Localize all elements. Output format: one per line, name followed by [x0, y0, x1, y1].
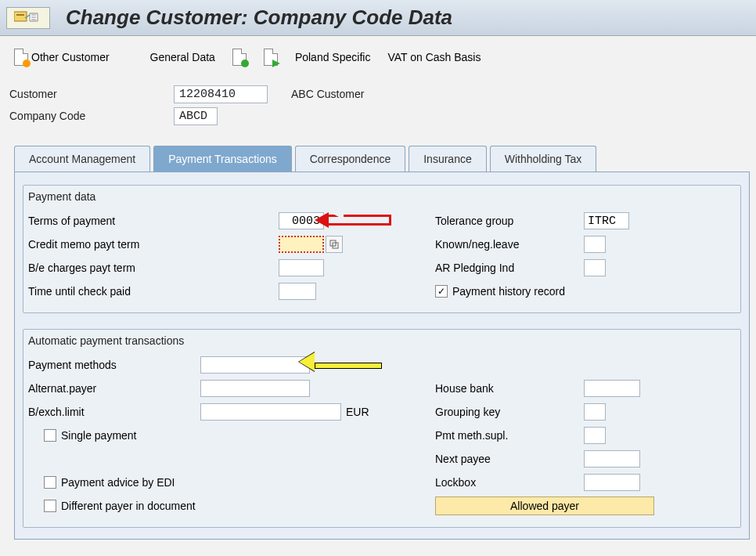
- pmt-meth-supl-input[interactable]: [584, 427, 606, 444]
- general-data-label: General Data: [150, 51, 215, 63]
- credit-memo-input[interactable]: [279, 236, 324, 253]
- document-next-icon: [264, 49, 278, 66]
- red-arrow-annotation: [329, 215, 391, 228]
- alt-payer-label: Alternat.payer: [28, 382, 200, 395]
- tab-withholding-tax[interactable]: Withholding Tax: [490, 146, 597, 171]
- svg-rect-0: [14, 12, 27, 21]
- diff-payer-doc-label: Different payer in document: [61, 500, 196, 512]
- payment-history-label: Payment history record: [452, 285, 565, 298]
- grouping-key-label: Grouping key: [435, 406, 584, 418]
- terms-of-payment-label: Terms of payment: [28, 215, 200, 227]
- next-payee-input[interactable]: [584, 450, 640, 468]
- single-payment-label: Single payment: [61, 429, 137, 442]
- single-payment-checkbox[interactable]: [44, 429, 56, 442]
- doc-plus-button[interactable]: [228, 47, 251, 67]
- alt-payer-input[interactable]: [200, 380, 310, 397]
- payment-advice-edi-checkbox[interactable]: [44, 476, 56, 489]
- time-until-input[interactable]: [279, 283, 316, 300]
- time-until-label: Time until check paid: [28, 285, 200, 298]
- tab-payment-transactions[interactable]: Payment Transactions: [153, 146, 292, 171]
- auto-payment-title: Automatic payment transactions: [23, 330, 740, 353]
- customer-label: Customer: [9, 88, 174, 100]
- grouping-key-input[interactable]: [584, 403, 606, 421]
- bexch-limit-label: B/exch.limit: [28, 406, 200, 418]
- payment-history-checkbox[interactable]: ✓: [435, 285, 448, 298]
- diff-payer-doc-checkbox[interactable]: [44, 500, 56, 512]
- document-icon: [14, 49, 28, 66]
- transaction-icon: [6, 7, 50, 29]
- poland-specific-button[interactable]: Poland Specific: [290, 49, 376, 65]
- house-bank-input[interactable]: [584, 380, 640, 397]
- company-code-label: Company Code: [9, 110, 174, 122]
- lockbox-label: Lockbox: [435, 476, 584, 489]
- be-charges-label: B/e charges payt term: [28, 262, 200, 274]
- company-code-value[interactable]: ABCD: [174, 107, 218, 125]
- poland-specific-label: Poland Specific: [295, 51, 371, 63]
- customer-desc: ABC Customer: [291, 88, 364, 100]
- general-data-button[interactable]: General Data: [146, 49, 220, 65]
- tolerance-group-input[interactable]: [584, 212, 629, 229]
- payment-methods-label: Payment methods: [28, 359, 200, 371]
- other-customer-button[interactable]: Other Customer: [9, 47, 114, 67]
- allowed-payer-button[interactable]: Allowed payer: [435, 496, 654, 515]
- tab-correspondence[interactable]: Correspondence: [295, 146, 406, 171]
- be-charges-input[interactable]: [279, 259, 324, 276]
- bexch-limit-input[interactable]: [200, 403, 341, 421]
- lockbox-input[interactable]: [584, 474, 640, 491]
- payment-advice-edi-label: Payment advice by EDI: [61, 476, 175, 489]
- search-help-button[interactable]: [326, 236, 343, 253]
- payment-data-title: Payment data: [23, 186, 740, 209]
- ar-pledging-input[interactable]: [584, 259, 606, 276]
- ar-pledging-label: AR Pledging Ind: [435, 262, 584, 274]
- page-title: Change Customer: Company Code Data: [66, 5, 452, 30]
- payment-methods-input[interactable]: [200, 356, 310, 374]
- vat-cash-basis-label: VAT on Cash Basis: [387, 51, 481, 63]
- header-fields: Customer 12208410 ABC Customer Company C…: [0, 78, 756, 135]
- doc-next-button[interactable]: [259, 47, 283, 67]
- next-payee-label: Next payee: [435, 453, 584, 465]
- yellow-arrow-annotation: [315, 359, 382, 371]
- vat-cash-basis-button[interactable]: VAT on Cash Basis: [383, 49, 485, 65]
- tab-strip: Account Management Payment Transactions …: [14, 146, 750, 172]
- tab-body: Payment data Terms of payment Tolerance …: [14, 172, 750, 540]
- pmt-meth-supl-label: Pmt meth.supl.: [435, 429, 584, 442]
- bexch-limit-unit: EUR: [346, 406, 369, 418]
- application-toolbar: Other Customer General Data Poland Speci…: [0, 36, 756, 78]
- document-add-icon: [232, 49, 247, 66]
- svg-rect-1: [16, 14, 24, 16]
- known-neg-input[interactable]: [584, 236, 606, 253]
- tolerance-group-label: Tolerance group: [435, 215, 584, 227]
- tab-account-management[interactable]: Account Management: [14, 146, 150, 171]
- other-customer-label: Other Customer: [31, 51, 110, 63]
- customer-value[interactable]: 12208410: [174, 85, 268, 103]
- auto-payment-group: Automatic payment transactions Payment m…: [23, 329, 741, 528]
- known-neg-label: Known/neg.leave: [435, 238, 584, 251]
- credit-memo-label: Credit memo payt term: [28, 238, 200, 251]
- title-bar: Change Customer: Company Code Data: [0, 0, 756, 36]
- payment-data-group: Payment data Terms of payment Tolerance …: [23, 185, 741, 313]
- house-bank-label: House bank: [435, 382, 584, 395]
- tab-insurance[interactable]: Insurance: [409, 146, 486, 171]
